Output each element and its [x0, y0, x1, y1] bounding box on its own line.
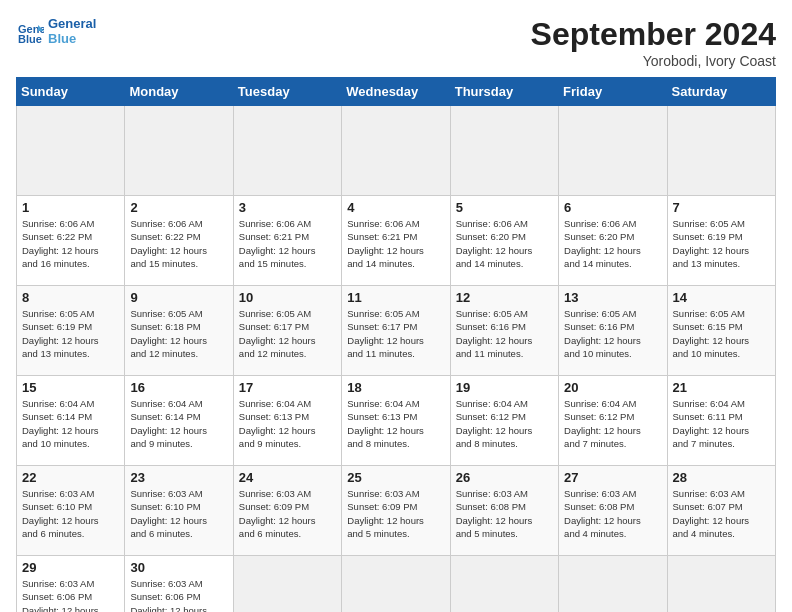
day-info: Sunrise: 6:04 AM Sunset: 6:14 PM Dayligh… [22, 397, 119, 450]
day-number: 27 [564, 470, 661, 485]
day-number: 13 [564, 290, 661, 305]
calendar-table: SundayMondayTuesdayWednesdayThursdayFrid… [16, 77, 776, 612]
calendar-week-row: 29Sunrise: 6:03 AM Sunset: 6:06 PM Dayli… [17, 556, 776, 613]
calendar-day-cell: 8Sunrise: 6:05 AM Sunset: 6:19 PM Daylig… [17, 286, 125, 376]
day-info: Sunrise: 6:04 AM Sunset: 6:12 PM Dayligh… [564, 397, 661, 450]
day-number: 2 [130, 200, 227, 215]
day-info: Sunrise: 6:04 AM Sunset: 6:13 PM Dayligh… [347, 397, 444, 450]
day-info: Sunrise: 6:04 AM Sunset: 6:13 PM Dayligh… [239, 397, 336, 450]
day-info: Sunrise: 6:06 AM Sunset: 6:21 PM Dayligh… [347, 217, 444, 270]
day-number: 4 [347, 200, 444, 215]
title-section: September 2024 Yorobodi, Ivory Coast [531, 16, 776, 69]
day-info: Sunrise: 6:06 AM Sunset: 6:22 PM Dayligh… [130, 217, 227, 270]
calendar-day-cell: 9Sunrise: 6:05 AM Sunset: 6:18 PM Daylig… [125, 286, 233, 376]
day-number: 24 [239, 470, 336, 485]
calendar-week-row: 22Sunrise: 6:03 AM Sunset: 6:10 PM Dayli… [17, 466, 776, 556]
page-header: General Blue General Blue September 2024… [16, 16, 776, 69]
calendar-day-cell: 18Sunrise: 6:04 AM Sunset: 6:13 PM Dayli… [342, 376, 450, 466]
calendar-day-cell: 7Sunrise: 6:05 AM Sunset: 6:19 PM Daylig… [667, 196, 775, 286]
day-number: 21 [673, 380, 770, 395]
calendar-day-cell [17, 106, 125, 196]
day-info: Sunrise: 6:06 AM Sunset: 6:22 PM Dayligh… [22, 217, 119, 270]
day-info: Sunrise: 6:04 AM Sunset: 6:12 PM Dayligh… [456, 397, 553, 450]
day-number: 26 [456, 470, 553, 485]
day-info: Sunrise: 6:05 AM Sunset: 6:18 PM Dayligh… [130, 307, 227, 360]
day-number: 15 [22, 380, 119, 395]
calendar-day-cell [667, 106, 775, 196]
calendar-day-cell: 20Sunrise: 6:04 AM Sunset: 6:12 PM Dayli… [559, 376, 667, 466]
day-info: Sunrise: 6:03 AM Sunset: 6:07 PM Dayligh… [673, 487, 770, 540]
logo-icon: General Blue [16, 17, 44, 45]
calendar-day-cell: 24Sunrise: 6:03 AM Sunset: 6:09 PM Dayli… [233, 466, 341, 556]
day-number: 18 [347, 380, 444, 395]
day-info: Sunrise: 6:05 AM Sunset: 6:17 PM Dayligh… [347, 307, 444, 360]
calendar-day-cell: 21Sunrise: 6:04 AM Sunset: 6:11 PM Dayli… [667, 376, 775, 466]
day-info: Sunrise: 6:05 AM Sunset: 6:16 PM Dayligh… [564, 307, 661, 360]
day-number: 11 [347, 290, 444, 305]
day-number: 9 [130, 290, 227, 305]
day-info: Sunrise: 6:03 AM Sunset: 6:09 PM Dayligh… [239, 487, 336, 540]
logo-text: General Blue [48, 16, 96, 46]
calendar-day-cell: 1Sunrise: 6:06 AM Sunset: 6:22 PM Daylig… [17, 196, 125, 286]
calendar-day-cell: 26Sunrise: 6:03 AM Sunset: 6:08 PM Dayli… [450, 466, 558, 556]
calendar-day-cell: 2Sunrise: 6:06 AM Sunset: 6:22 PM Daylig… [125, 196, 233, 286]
weekday-header: Tuesday [233, 78, 341, 106]
day-number: 19 [456, 380, 553, 395]
day-info: Sunrise: 6:05 AM Sunset: 6:17 PM Dayligh… [239, 307, 336, 360]
calendar-body: 1Sunrise: 6:06 AM Sunset: 6:22 PM Daylig… [17, 106, 776, 613]
month-title: September 2024 [531, 16, 776, 53]
calendar-day-cell: 17Sunrise: 6:04 AM Sunset: 6:13 PM Dayli… [233, 376, 341, 466]
weekday-header: Friday [559, 78, 667, 106]
calendar-day-cell [450, 556, 558, 613]
day-number: 7 [673, 200, 770, 215]
day-number: 16 [130, 380, 227, 395]
day-number: 12 [456, 290, 553, 305]
logo: General Blue General Blue [16, 16, 96, 46]
day-info: Sunrise: 6:03 AM Sunset: 6:10 PM Dayligh… [22, 487, 119, 540]
calendar-day-cell: 22Sunrise: 6:03 AM Sunset: 6:10 PM Dayli… [17, 466, 125, 556]
weekday-header: Sunday [17, 78, 125, 106]
calendar-day-cell [233, 106, 341, 196]
calendar-day-cell: 14Sunrise: 6:05 AM Sunset: 6:15 PM Dayli… [667, 286, 775, 376]
calendar-day-cell: 30Sunrise: 6:03 AM Sunset: 6:06 PM Dayli… [125, 556, 233, 613]
day-number: 14 [673, 290, 770, 305]
day-number: 23 [130, 470, 227, 485]
weekday-header: Wednesday [342, 78, 450, 106]
day-number: 17 [239, 380, 336, 395]
calendar-day-cell: 25Sunrise: 6:03 AM Sunset: 6:09 PM Dayli… [342, 466, 450, 556]
calendar-day-cell: 5Sunrise: 6:06 AM Sunset: 6:20 PM Daylig… [450, 196, 558, 286]
day-number: 25 [347, 470, 444, 485]
day-info: Sunrise: 6:03 AM Sunset: 6:08 PM Dayligh… [564, 487, 661, 540]
day-number: 20 [564, 380, 661, 395]
day-info: Sunrise: 6:03 AM Sunset: 6:08 PM Dayligh… [456, 487, 553, 540]
calendar-week-row: 1Sunrise: 6:06 AM Sunset: 6:22 PM Daylig… [17, 196, 776, 286]
day-number: 6 [564, 200, 661, 215]
weekday-header: Saturday [667, 78, 775, 106]
svg-text:Blue: Blue [18, 33, 42, 45]
calendar-day-cell: 11Sunrise: 6:05 AM Sunset: 6:17 PM Dayli… [342, 286, 450, 376]
day-number: 1 [22, 200, 119, 215]
day-info: Sunrise: 6:03 AM Sunset: 6:06 PM Dayligh… [22, 577, 119, 612]
calendar-day-cell [667, 556, 775, 613]
weekday-header: Monday [125, 78, 233, 106]
day-info: Sunrise: 6:05 AM Sunset: 6:19 PM Dayligh… [22, 307, 119, 360]
calendar-day-cell [559, 556, 667, 613]
day-info: Sunrise: 6:03 AM Sunset: 6:06 PM Dayligh… [130, 577, 227, 612]
calendar-header-row: SundayMondayTuesdayWednesdayThursdayFrid… [17, 78, 776, 106]
calendar-day-cell: 15Sunrise: 6:04 AM Sunset: 6:14 PM Dayli… [17, 376, 125, 466]
calendar-day-cell: 4Sunrise: 6:06 AM Sunset: 6:21 PM Daylig… [342, 196, 450, 286]
weekday-header: Thursday [450, 78, 558, 106]
calendar-day-cell: 3Sunrise: 6:06 AM Sunset: 6:21 PM Daylig… [233, 196, 341, 286]
day-number: 10 [239, 290, 336, 305]
day-number: 8 [22, 290, 119, 305]
calendar-week-row: 15Sunrise: 6:04 AM Sunset: 6:14 PM Dayli… [17, 376, 776, 466]
day-info: Sunrise: 6:05 AM Sunset: 6:16 PM Dayligh… [456, 307, 553, 360]
calendar-week-row [17, 106, 776, 196]
calendar-day-cell: 28Sunrise: 6:03 AM Sunset: 6:07 PM Dayli… [667, 466, 775, 556]
calendar-day-cell [342, 556, 450, 613]
calendar-day-cell: 6Sunrise: 6:06 AM Sunset: 6:20 PM Daylig… [559, 196, 667, 286]
calendar-day-cell: 29Sunrise: 6:03 AM Sunset: 6:06 PM Dayli… [17, 556, 125, 613]
day-info: Sunrise: 6:04 AM Sunset: 6:11 PM Dayligh… [673, 397, 770, 450]
calendar-week-row: 8Sunrise: 6:05 AM Sunset: 6:19 PM Daylig… [17, 286, 776, 376]
day-number: 30 [130, 560, 227, 575]
